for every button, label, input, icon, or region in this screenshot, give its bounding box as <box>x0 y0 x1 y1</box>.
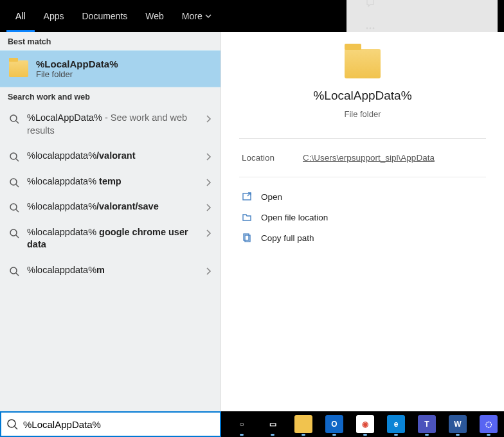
taskbar-row: ○▭O◉eTW◌ <box>0 411 504 437</box>
svg-point-9 <box>10 204 17 210</box>
search-icon <box>9 177 19 188</box>
svg-line-14 <box>16 273 19 276</box>
suggestion-row[interactable]: %localappdata%/valorant/save <box>0 194 221 220</box>
taskbar-app-edge[interactable]: e <box>381 411 411 437</box>
best-match-title: %LocalAppData% <box>36 58 118 69</box>
svg-line-6 <box>16 159 19 161</box>
suggestion-row[interactable]: %localappdata%m <box>0 258 221 283</box>
action-open-file-location[interactable]: Open file location <box>239 207 486 227</box>
tab-apps[interactable]: Apps <box>35 0 73 32</box>
chevron-right-icon <box>205 152 212 161</box>
search-icon <box>9 228 19 238</box>
taskbar-app-discord[interactable]: ◌ <box>473 411 504 437</box>
folder-location-icon <box>242 212 252 222</box>
svg-point-7 <box>10 179 17 185</box>
svg-point-5 <box>10 153 17 159</box>
search-icon <box>9 114 19 124</box>
action-open[interactable]: Open <box>239 186 486 207</box>
svg-line-10 <box>16 210 19 212</box>
more-options-icon[interactable] <box>364 22 376 34</box>
chevron-right-icon <box>205 267 212 276</box>
section-work-web: Search work and web <box>0 87 221 105</box>
location-path-link[interactable]: C:\Users\erpsupport_sipl\AppData <box>303 153 435 163</box>
taskbar-app-task-view[interactable]: ▭ <box>257 411 288 437</box>
copy-icon <box>242 233 252 243</box>
taskbar-app-cortana[interactable]: ○ <box>226 411 257 437</box>
search-icon <box>6 418 18 430</box>
preview-subtitle: File folder <box>344 109 381 119</box>
best-match-item[interactable]: %LocalAppData% File folder <box>0 50 221 87</box>
preview-title: %LocalAppData% <box>313 89 411 103</box>
best-match-subtitle: File folder <box>36 69 118 79</box>
svg-point-11 <box>10 229 17 236</box>
svg-line-12 <box>16 235 19 238</box>
search-box[interactable] <box>0 411 221 437</box>
svg-line-8 <box>16 184 19 187</box>
taskbar-app-file-explorer[interactable] <box>288 411 319 437</box>
open-icon <box>242 192 252 202</box>
svg-line-4 <box>16 121 19 123</box>
chevron-right-icon <box>205 114 212 123</box>
chevron-right-icon <box>205 178 212 187</box>
search-filter-tabbar: All Apps Documents Web More <box>0 0 504 32</box>
tab-all[interactable]: All <box>6 0 35 32</box>
svg-point-13 <box>10 267 17 274</box>
suggestion-row[interactable]: %LocalAppData% - See work and web result… <box>0 105 221 143</box>
tab-documents[interactable]: Documents <box>73 0 136 32</box>
svg-point-0 <box>366 28 368 30</box>
folder-icon <box>9 60 28 77</box>
svg-point-1 <box>370 28 372 30</box>
svg-point-19 <box>8 420 15 427</box>
svg-point-3 <box>10 115 17 121</box>
chevron-right-icon <box>205 229 212 238</box>
search-icon <box>9 266 19 276</box>
feedback-icon[interactable] <box>364 0 376 10</box>
suggestion-row[interactable]: %localappdata% google chrome user data <box>0 220 221 258</box>
taskbar-app-chrome[interactable]: ◉ <box>350 411 381 437</box>
tab-web[interactable]: Web <box>136 0 173 32</box>
folder-icon <box>345 49 381 78</box>
chevron-right-icon <box>205 203 212 212</box>
search-icon <box>9 202 19 213</box>
chevron-down-icon <box>205 13 212 19</box>
taskbar-app-teams[interactable]: T <box>411 411 442 437</box>
taskbar-app-word[interactable]: W <box>442 411 473 437</box>
results-list: Best match %LocalAppData% File folder Se… <box>0 32 221 411</box>
tab-more[interactable]: More <box>173 0 221 32</box>
location-label: Location <box>242 153 274 163</box>
svg-line-20 <box>15 427 17 429</box>
taskbar-app-outlook[interactable]: O <box>319 411 350 437</box>
taskbar: ○▭O◉eTW◌ <box>221 411 504 437</box>
search-input[interactable] <box>23 419 215 430</box>
svg-point-2 <box>373 28 375 30</box>
suggestion-row[interactable]: %localappdata%/valorant <box>0 143 221 169</box>
preview-pane: %LocalAppData% File folder Location C:\U… <box>221 32 504 411</box>
search-icon <box>9 152 19 162</box>
suggestion-row[interactable]: %localappdata% temp <box>0 169 221 195</box>
section-best-match: Best match <box>0 32 221 50</box>
action-copy-full-path[interactable]: Copy full path <box>239 227 486 248</box>
